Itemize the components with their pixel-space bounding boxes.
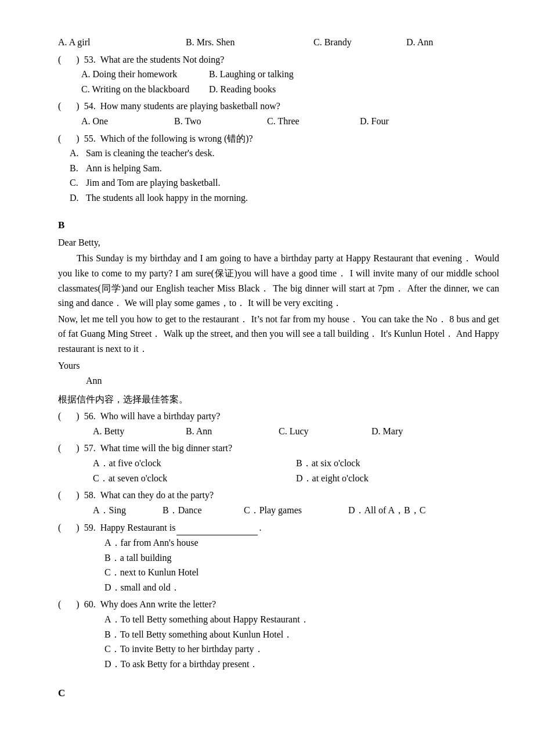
q57-opt-d: D．at eight o'clock — [296, 471, 499, 486]
q53-opt-b: B. Laughing or talking — [209, 67, 294, 82]
q54-text: How many students are playing basketball… — [100, 99, 280, 114]
q59-opt-d: D．small and old． — [104, 580, 499, 595]
signature: Ann — [86, 373, 499, 388]
paren-space-58 — [63, 488, 74, 503]
yours: Yours — [58, 358, 499, 373]
opt-c-brandy: C. Brandy — [313, 35, 406, 50]
question-59: ( ) 59. Happy Restaurant is . A．far from… — [58, 520, 499, 595]
question-56: ( ) 56. Who will have a birthday party? … — [58, 409, 499, 438]
paren-close-54: ) — [76, 99, 79, 114]
q58-opt-a: A．Sing — [93, 503, 163, 518]
q58-number: 58. — [84, 488, 96, 503]
q55-opt-d: D. The students all look happy in the mo… — [70, 190, 499, 206]
paren-space-53 — [63, 52, 74, 67]
q59-opt-b: B．a tall building — [104, 550, 499, 566]
q60-opt-c: C．To invite Betty to her birthday party． — [104, 642, 499, 657]
question-57: ( ) 57. What time will the big dinner st… — [58, 441, 499, 485]
q56-text: Who will have a birthday party? — [100, 409, 221, 424]
q56-opt-a: A. Betty — [93, 424, 186, 439]
q53-opt-d: D. Reading books — [209, 82, 276, 97]
q54-opt-b: B. Two — [174, 114, 267, 129]
q54-opt-a: A. One — [81, 114, 174, 129]
salutation: Dear Betty, — [58, 235, 499, 250]
para1: This Sunday is my birthday and I am goin… — [58, 251, 499, 310]
q57-options: A．at five o'clock B．at six o'clock C．at … — [93, 456, 499, 485]
paren-space-60 — [63, 597, 74, 612]
q56-opt-c: C. Lucy — [279, 424, 371, 439]
q53-options: A. Doing their homework B. Laughing or t… — [81, 67, 499, 82]
q60-text: Why does Ann write the letter? — [100, 597, 217, 612]
paren-space-57 — [63, 441, 74, 456]
q55-opt-b: B. Ann is helping Sam. — [70, 161, 499, 176]
q60-opt-a: A．To tell Betty something about Happy Re… — [104, 612, 499, 627]
question-54: ( ) 54. How many students are playing ba… — [58, 99, 499, 128]
paren-space-54 — [63, 99, 74, 114]
opt-b-mrs-shen: B. Mrs. Shen — [186, 35, 313, 50]
opt-d-ann: D. Ann — [406, 35, 433, 50]
para2: Now, let me tell you how to get to the r… — [58, 312, 499, 357]
paren-53: ( — [58, 52, 61, 67]
section-c-heading: C — [58, 685, 499, 701]
question-60: ( ) 60. Why does Ann write the letter? A… — [58, 597, 499, 671]
q53-number: 53. — [84, 52, 96, 67]
q55-opt-c: C. Jim and Tom are playing basketball. — [70, 175, 499, 190]
opt-a-girl: A. A girl — [58, 35, 186, 50]
q60-number: 60. — [84, 597, 96, 612]
q57-text: What time will the big dinner start? — [100, 441, 233, 456]
paren-space-59 — [63, 520, 74, 535]
chinese-instruction: 根据信件内容，选择最佳答案。 — [58, 392, 499, 407]
paren-58: ( — [58, 488, 61, 503]
q59-text: Happy Restaurant is . — [100, 520, 262, 535]
q54-number: 54. — [84, 99, 96, 114]
q56-opt-d: D. Mary — [371, 424, 403, 439]
q58-text: What can they do at the party? — [100, 488, 214, 503]
question-58: ( ) 58. What can they do at the party? A… — [58, 488, 499, 517]
q59-number: 59. — [84, 520, 96, 535]
paren-57: ( — [58, 441, 61, 456]
q58-opt-d: D．All of A，B，C — [348, 503, 425, 518]
paren-space-56 — [63, 409, 74, 424]
q53-options-2: C. Writing on the blackboard D. Reading … — [81, 82, 499, 97]
section-b-heading: B — [58, 217, 499, 233]
q53-opt-a: A. Doing their homework — [81, 67, 209, 82]
q56-number: 56. — [84, 409, 96, 424]
q57-opt-a: A．at five o'clock — [93, 456, 296, 471]
paren-space-55 — [63, 131, 74, 146]
paren-close-58: ) — [76, 488, 79, 503]
paren-60: ( — [58, 597, 61, 612]
q56-options: A. Betty B. Ann C. Lucy D. Mary — [93, 424, 499, 439]
paren-59: ( — [58, 520, 61, 535]
paren-close-57: ) — [76, 441, 79, 456]
paren-55: ( — [58, 131, 61, 146]
q59-blank — [176, 520, 258, 535]
q56-opt-b: B. Ann — [186, 424, 279, 439]
q59-opt-a: A．far from Ann's house — [104, 535, 499, 550]
q57-opt-c: C．at seven o'clock — [93, 471, 296, 486]
q54-opt-d: D. Four — [360, 114, 389, 129]
q54-options: A. One B. Two C. Three D. Four — [81, 114, 499, 129]
q58-options: A．Sing B．Dance C．Play games D．All of A，B… — [93, 503, 499, 518]
q58-opt-b: B．Dance — [163, 503, 244, 518]
q55-opt-a: A. Sam is cleaning the teacher's desk. — [70, 146, 499, 161]
paren-close-53: ) — [76, 52, 79, 67]
paren-close-60: ) — [76, 597, 79, 612]
q58-opt-c: C．Play games — [244, 503, 348, 518]
paren-close-56: ) — [76, 409, 79, 424]
paren-close-55: ) — [76, 131, 79, 146]
q53-opt-c: C. Writing on the blackboard — [81, 82, 209, 97]
paren-close-59: ) — [76, 520, 79, 535]
q60-opt-d: D．To ask Betty for a birthday present． — [104, 657, 499, 672]
q59-opt-c: C．next to Kunlun Hotel — [104, 565, 499, 580]
q54-opt-c: C. Three — [267, 114, 360, 129]
q60-opt-b: B．To tell Betty something about Kunlun H… — [104, 627, 499, 642]
question-53: ( ) 53. What are the students Not doing?… — [58, 52, 499, 97]
q55-number: 55. — [84, 131, 96, 146]
q57-number: 57. — [84, 441, 96, 456]
question-55: ( ) 55. Which of the following is wrong … — [58, 131, 499, 206]
q52-options-row: A. A girl B. Mrs. Shen C. Brandy D. Ann — [58, 35, 499, 50]
paren-56: ( — [58, 409, 61, 424]
q55-text: Which of the following is wrong (错的)? — [100, 131, 253, 146]
q57-opt-b: B．at six o'clock — [296, 456, 499, 471]
paren-54: ( — [58, 99, 61, 114]
q53-text: What are the students Not doing? — [100, 52, 225, 67]
